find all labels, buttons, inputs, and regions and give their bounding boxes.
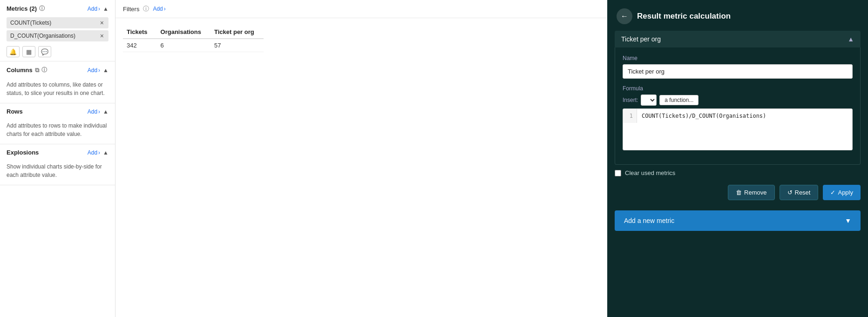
metrics-item-2-remove-btn[interactable]: × bbox=[99, 33, 105, 39]
metric-title-chevron-btn[interactable]: ▲ bbox=[848, 35, 854, 43]
metric-title-label: Ticket per org bbox=[621, 35, 661, 43]
metrics-item-1[interactable]: COUNT(Tickets) × bbox=[7, 17, 108, 28]
rows-add-link[interactable]: Add › bbox=[88, 108, 100, 115]
remove-btn-label: Remove bbox=[744, 189, 766, 196]
columns-info-icon[interactable]: ⓘ bbox=[41, 66, 47, 74]
add-new-metric-bar[interactable]: Add a new metric ▼ bbox=[615, 210, 861, 231]
filters-label: Filters bbox=[123, 6, 139, 13]
formula-label: Formula bbox=[623, 85, 643, 92]
explosions-add-link[interactable]: Add › bbox=[88, 149, 100, 156]
comment-icon-btn[interactable]: 💬 bbox=[38, 46, 51, 57]
rows-desc-text: Add attributes to rows to make individua… bbox=[7, 122, 107, 137]
columns-actions: Add › ▲ bbox=[88, 67, 108, 74]
metrics-add-label: Add bbox=[88, 6, 97, 12]
main-content: Filters ⓘ Add › Tickets Organisations Ti… bbox=[115, 0, 607, 317]
function-btn[interactable]: a function... bbox=[659, 95, 698, 105]
apply-button[interactable]: ✓ Apply bbox=[823, 185, 861, 200]
insert-label: Insert: bbox=[623, 97, 638, 103]
alarm-icon-btn[interactable]: 🔔 bbox=[7, 46, 20, 57]
columns-title: Columns ⧉ ⓘ bbox=[7, 66, 47, 74]
columns-add-label: Add bbox=[88, 67, 97, 74]
cell-tickets: 342 bbox=[123, 39, 157, 52]
name-label: Name bbox=[623, 55, 853, 61]
line-numbers: 1 bbox=[623, 109, 637, 123]
apply-btn-label: Apply bbox=[838, 189, 853, 196]
filters-add-label: Add bbox=[153, 6, 163, 12]
bars-icon-btn[interactable]: ▦ bbox=[22, 46, 35, 57]
reset-button[interactable]: ↺ Reset bbox=[780, 185, 819, 200]
add-new-metric-chevron-icon: ▼ bbox=[845, 217, 851, 224]
metrics-section: Metrics (2) ⓘ Add › ▲ COUNT(Tickets) × D… bbox=[0, 0, 115, 61]
check-icon: ✓ bbox=[830, 189, 835, 196]
panel-header: ← Result metric calculation bbox=[607, 0, 868, 31]
name-group: Name bbox=[623, 55, 853, 79]
metrics-info-icon[interactable]: ⓘ bbox=[39, 5, 45, 13]
explosions-add-label: Add bbox=[88, 149, 97, 156]
explosions-header: Explosions Add › ▲ bbox=[0, 144, 115, 160]
columns-collapse-btn[interactable]: ▲ bbox=[103, 67, 108, 74]
explosions-title-text: Explosions bbox=[7, 149, 39, 156]
rows-title-text: Rows bbox=[7, 108, 23, 115]
metrics-item-1-label: COUNT(Tickets) bbox=[10, 20, 51, 26]
columns-add-link[interactable]: Add › bbox=[88, 67, 100, 74]
rows-collapse-btn[interactable]: ▲ bbox=[103, 108, 108, 115]
rows-title: Rows bbox=[7, 108, 23, 115]
clear-metrics-checkbox[interactable] bbox=[615, 170, 621, 176]
metrics-add-link[interactable]: Add › bbox=[88, 6, 100, 12]
function-btn-label: a function... bbox=[665, 97, 693, 103]
metrics-title-text: Metrics (2) bbox=[7, 5, 37, 12]
table-row: 342 6 57 bbox=[123, 39, 264, 52]
reset-icon: ↺ bbox=[787, 189, 793, 196]
filters-add-chevron-icon: › bbox=[164, 6, 166, 12]
explosions-add-chevron-icon: › bbox=[98, 149, 100, 156]
insert-select[interactable] bbox=[641, 94, 657, 106]
col-header-organisations: Organisations bbox=[157, 26, 210, 39]
rows-header: Rows Add › ▲ bbox=[0, 103, 115, 119]
rows-add-label: Add bbox=[88, 108, 97, 115]
col-header-ticket-per-org: Ticket per org bbox=[210, 26, 264, 39]
metrics-collapse-btn[interactable]: ▲ bbox=[103, 6, 108, 12]
columns-copy-icon[interactable]: ⧉ bbox=[35, 67, 39, 74]
explosions-collapse-btn[interactable]: ▲ bbox=[103, 149, 108, 156]
left-sidebar: Metrics (2) ⓘ Add › ▲ COUNT(Tickets) × D… bbox=[0, 0, 115, 317]
rows-add-chevron-icon: › bbox=[98, 108, 100, 115]
formula-header-row: Formula bbox=[623, 85, 853, 92]
filters-info-icon[interactable]: ⓘ bbox=[143, 5, 149, 13]
formula-code-text: COUNT(Tickets)/D_COUNT(Organisations) bbox=[642, 113, 766, 119]
add-new-metric-label: Add a new metric bbox=[624, 217, 674, 224]
columns-add-chevron-icon: › bbox=[98, 67, 100, 74]
rows-section: Rows Add › ▲ Add attributes to rows to m… bbox=[0, 103, 115, 144]
columns-title-text: Columns bbox=[7, 67, 33, 74]
panel-title: Result metric calculation bbox=[637, 12, 731, 21]
reset-btn-label: Reset bbox=[795, 189, 811, 196]
cell-ticket-per-org: 57 bbox=[210, 39, 264, 52]
metric-title-bar: Ticket per org ▲ bbox=[615, 31, 861, 47]
metrics-item-2[interactable]: D_COUNT(Organisations) × bbox=[7, 30, 108, 41]
col-header-tickets: Tickets bbox=[123, 26, 157, 39]
back-button[interactable]: ← bbox=[617, 8, 632, 24]
metric-icon-group: 🔔 ▦ 💬 bbox=[0, 42, 115, 61]
columns-section: Columns ⧉ ⓘ Add › ▲ Add attributes to co… bbox=[0, 61, 115, 103]
metrics-item-2-label: D_COUNT(Organisations) bbox=[10, 33, 75, 39]
clear-metrics-label[interactable]: Clear used metrics bbox=[625, 169, 675, 176]
columns-description: Add attributes to columns, like dates or… bbox=[0, 78, 115, 103]
formula-group: Formula Insert: a function... 1 bbox=[623, 85, 853, 150]
trash-icon: 🗑 bbox=[736, 189, 742, 196]
columns-desc-text: Add attributes to columns, like dates or… bbox=[7, 81, 105, 96]
filters-bar: Filters ⓘ Add › bbox=[115, 0, 607, 18]
metrics-add-chevron-icon: › bbox=[98, 6, 100, 12]
metrics-actions: Add › ▲ bbox=[88, 6, 108, 12]
metrics-header: Metrics (2) ⓘ Add › ▲ bbox=[0, 0, 115, 16]
formula-code[interactable]: COUNT(Tickets)/D_COUNT(Organisations) bbox=[637, 109, 852, 123]
formula-editor[interactable]: 1 COUNT(Tickets)/D_COUNT(Organisations) bbox=[623, 108, 853, 150]
columns-header: Columns ⧉ ⓘ Add › ▲ bbox=[0, 61, 115, 78]
action-buttons: 🗑 Remove ↺ Reset ✓ Apply bbox=[607, 181, 868, 208]
rows-description: Add attributes to rows to make individua… bbox=[0, 119, 115, 144]
remove-button[interactable]: 🗑 Remove bbox=[728, 185, 774, 200]
data-table: Tickets Organisations Ticket per org 342… bbox=[115, 18, 607, 60]
name-input[interactable] bbox=[623, 64, 853, 79]
filters-add-link[interactable]: Add › bbox=[153, 6, 165, 12]
formula-editor-inner: 1 COUNT(Tickets)/D_COUNT(Organisations) bbox=[623, 109, 852, 123]
metrics-item-1-remove-btn[interactable]: × bbox=[99, 20, 105, 26]
metric-section: Ticket per org ▲ Name Formula Insert: bbox=[615, 31, 861, 165]
